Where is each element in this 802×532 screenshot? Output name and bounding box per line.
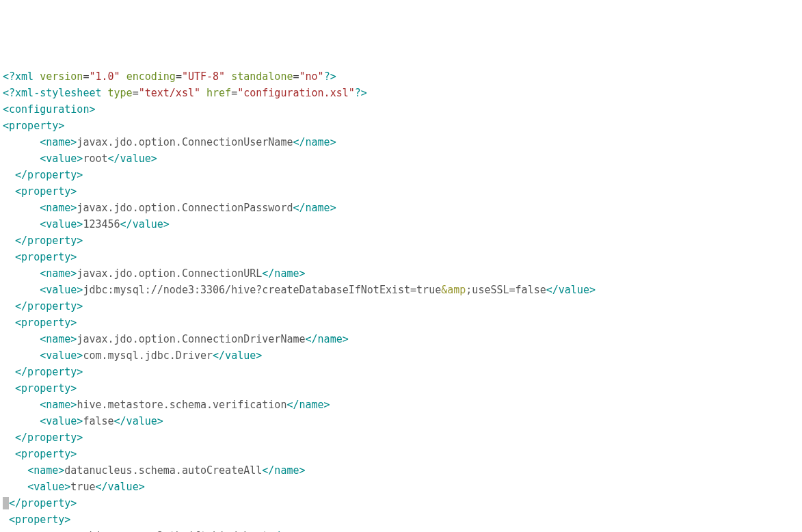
tag-value-open: <value>: [27, 481, 70, 493]
val-type: "text/xsl": [139, 87, 200, 99]
tag-property-close: </property>: [15, 169, 83, 181]
tag-name-close: </name>: [262, 464, 305, 477]
pi-close: ?>: [324, 70, 336, 83]
tag-property-open: <property>: [15, 251, 77, 263]
attr-type: type: [108, 87, 133, 99]
tag-property-open: <property>: [15, 317, 77, 329]
tag-property-open: <property>: [15, 448, 77, 460]
tag-value-open: <value>: [40, 218, 83, 230]
prop-value: root: [83, 152, 107, 165]
tag-name-open: <name>: [40, 333, 77, 345]
prop-value: false: [83, 415, 113, 427]
tag-name-open: <name>: [40, 136, 77, 148]
entity-semi: ;: [466, 284, 472, 296]
attr-encoding: encoding: [126, 70, 176, 83]
attr-href: href: [206, 87, 231, 99]
prop-name: javax.jdo.option.ConnectionPassword: [77, 202, 293, 214]
prop-name: javax.jdo.option.ConnectionURL: [77, 267, 262, 280]
prop-value: com.mysql.jdbc.Driver: [83, 349, 213, 362]
tag-property-close: </property>: [15, 366, 83, 378]
tag-property-close: </property>: [15, 235, 83, 247]
tag-property-open: <property>: [9, 514, 70, 526]
tag-name-open: <name>: [27, 464, 64, 477]
tag-property-close: </property>: [9, 497, 77, 509]
tag-value-close: </value>: [213, 349, 262, 362]
tag-name-close: </name>: [306, 333, 349, 345]
tag-value-close: </value>: [114, 415, 163, 427]
tag-name-open: <name>: [40, 399, 77, 411]
tag-value-open: <value>: [40, 152, 83, 165]
tag-property-close: </property>: [15, 431, 83, 444]
attr-standalone: standalone: [231, 70, 293, 83]
val-encoding: "UTF-8": [182, 70, 225, 83]
xml-code-block: <?xml version="1.0" encoding="UTF-8" sta…: [3, 68, 799, 532]
tag-name-close: </name>: [286, 399, 330, 411]
tag-property-close: </property>: [15, 300, 83, 312]
prop-name: datanucleus.schema.autoCreateAll: [64, 464, 262, 477]
pi-name: xml: [15, 70, 34, 83]
tag-value-close: </value>: [120, 218, 170, 230]
tag-value-open: <value>: [40, 415, 83, 427]
tag-value-close: </value>: [546, 284, 596, 296]
tag-value-open: <value>: [40, 284, 83, 296]
tag-property-open: <property>: [3, 120, 64, 132]
tag-value-close: </value>: [95, 481, 144, 493]
tag-name-open: <name>: [40, 202, 77, 214]
tag-value-open: <value>: [40, 349, 83, 362]
tag-property-open: <property>: [15, 382, 77, 395]
tag-name-close: </name>: [293, 136, 336, 148]
prop-value-post: useSSL=false: [472, 284, 546, 296]
tag-property-open: <property>: [15, 185, 77, 198]
tag-value-close: </value>: [108, 152, 157, 165]
tag-name-close: </name>: [293, 202, 336, 214]
attr-version: version: [40, 70, 83, 83]
pi-name: xml-stylesheet: [15, 87, 101, 99]
entity-amp: &amp: [441, 284, 466, 296]
prop-value: true: [70, 481, 95, 493]
text-cursor: [3, 497, 9, 509]
prop-name: javax.jdo.option.ConnectionDriverName: [77, 333, 305, 345]
tag-name-close: </name>: [262, 267, 305, 280]
pi-open: <?: [3, 70, 15, 83]
prop-name: hive.metastore.schema.verification: [77, 399, 286, 411]
val-href: "configuration.xsl": [237, 87, 355, 99]
val-standalone: "no": [299, 70, 324, 83]
prop-value: 123456: [83, 218, 120, 230]
prop-name: javax.jdo.option.ConnectionUserName: [77, 136, 293, 148]
pi-close: ?>: [355, 87, 367, 99]
prop-value-pre: jdbc:mysql://node3:3306/hive?createDatab…: [83, 284, 441, 296]
pi-open: <?: [3, 87, 15, 99]
tag-configuration-open: <configuration>: [3, 103, 95, 116]
val-version: "1.0": [89, 70, 120, 83]
tag-name-open: <name>: [40, 267, 77, 280]
